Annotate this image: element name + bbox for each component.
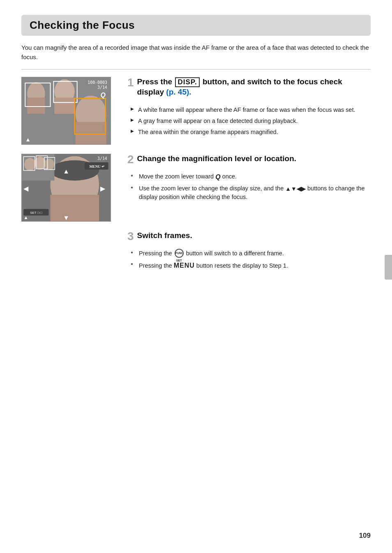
step-1-bullet-2: A gray frame will appear on a face detec… xyxy=(131,117,371,125)
step-3-number: 3 xyxy=(127,231,134,242)
camera-image-2: 3/14 MENU ↵ SET □·□ ◀ ▶ ▲ ▼ ▲ xyxy=(21,154,111,222)
step-1-col: 1 Press the DISP. button, and switch to … xyxy=(127,77,371,140)
step-1-number: 1 xyxy=(127,77,134,88)
step-2-heading-text: Change the magnification level or locati… xyxy=(137,154,296,164)
svg-text:◀: ◀ xyxy=(23,185,29,192)
svg-rect-16 xyxy=(50,195,99,221)
step-1-link: (p. 45). xyxy=(166,88,191,96)
step-2-heading-wrapper: 2 Change the magnification level or loca… xyxy=(127,154,371,168)
svg-text:SET □·□: SET □·□ xyxy=(30,211,42,215)
camera-image-1: 100-0003 3/14 Q ▲ xyxy=(21,77,111,145)
step-3-heading-text: Switch frames. xyxy=(137,231,192,241)
step-3-row: 3 Switch frames. Pressing the FUNCSET bu… xyxy=(21,231,371,273)
arrows-symbol: ▲▼◀▶ xyxy=(285,185,306,192)
step-3-col: 3 Switch frames. Pressing the FUNCSET bu… xyxy=(127,231,371,273)
step-2-col: 2 Change the magnification level or loca… xyxy=(127,154,371,205)
svg-text:▲: ▲ xyxy=(63,168,69,175)
step-1-heading: Press the DISP. button, and switch to th… xyxy=(137,77,371,97)
svg-text:100-0003: 100-0003 xyxy=(88,80,107,85)
disp-symbol: DISP. xyxy=(175,77,199,87)
step-2-bullets: Move the zoom lever toward Q once. Use t… xyxy=(131,172,371,202)
svg-text:Q: Q xyxy=(101,92,106,99)
zoom-q-icon: Q xyxy=(215,174,220,180)
intro-text: You can magnify the area of a recorded i… xyxy=(21,43,371,62)
step-1-heading-wrapper: 1 Press the DISP. button, and switch to … xyxy=(127,77,371,102)
page-number: 109 xyxy=(359,532,371,540)
menu-symbol: MENU xyxy=(174,262,195,269)
step-3-heading: Switch frames. xyxy=(137,231,192,241)
svg-point-21 xyxy=(45,159,55,170)
side-tab xyxy=(385,255,392,280)
svg-text:▼: ▼ xyxy=(63,214,69,221)
svg-point-19 xyxy=(24,158,36,171)
page-container: Checking the Focus You can magnify the a… xyxy=(0,0,392,553)
svg-text:▶: ▶ xyxy=(100,185,106,192)
page-title: Checking the Focus xyxy=(30,19,362,32)
step-2-heading: Change the magnification level or locati… xyxy=(137,154,296,164)
step-2-row: 3/14 MENU ↵ SET □·□ ◀ ▶ ▲ ▼ ▲ xyxy=(21,154,371,222)
svg-rect-4 xyxy=(54,97,74,114)
svg-text:3/14: 3/14 xyxy=(97,156,107,161)
image-2-col: 3/14 MENU ↵ SET □·□ ◀ ▶ ▲ ▼ ▲ xyxy=(21,154,116,222)
step-3-bullet-2: Pressing the MENU button resets the disp… xyxy=(131,261,371,270)
step-2-number: 2 xyxy=(127,154,134,165)
step-1-bullets: A white frame will appear where the AF f… xyxy=(131,106,371,137)
image-1-col: 100-0003 3/14 Q ▲ xyxy=(21,77,116,145)
svg-text:▲: ▲ xyxy=(25,136,31,143)
svg-text:3/14: 3/14 xyxy=(97,85,107,90)
step-1-heading-text: Press the DISP. button, and switch to th… xyxy=(137,77,371,97)
step-1-bullet-3: The area within the orange frame appears… xyxy=(131,128,371,137)
step-2-bullet-2: Use the zoom lever to change the display… xyxy=(131,184,371,201)
section-divider xyxy=(21,69,371,69)
step-1-bullet-1: A white frame will appear where the AF f… xyxy=(131,106,371,114)
step-3-bullet-1: Pressing the FUNCSET button will switch … xyxy=(131,249,371,258)
svg-text:MENU ↵: MENU ↵ xyxy=(89,164,104,169)
title-box: Checking the Focus xyxy=(21,15,371,36)
step-3-bullets: Pressing the FUNCSET button will switch … xyxy=(131,249,371,270)
func-set-icon: FUNCSET xyxy=(175,249,184,258)
content-area: 100-0003 3/14 Q ▲ 1 Press the DISP. but xyxy=(21,77,371,282)
svg-rect-6 xyxy=(76,122,106,144)
svg-text:▲: ▲ xyxy=(23,215,28,220)
step-3-heading-wrapper: 3 Switch frames. xyxy=(127,231,371,245)
svg-rect-2 xyxy=(27,97,45,114)
step-1-row: 100-0003 3/14 Q ▲ 1 Press the DISP. but xyxy=(21,77,371,145)
step-2-bullet-1: Move the zoom lever toward Q once. xyxy=(131,172,371,182)
